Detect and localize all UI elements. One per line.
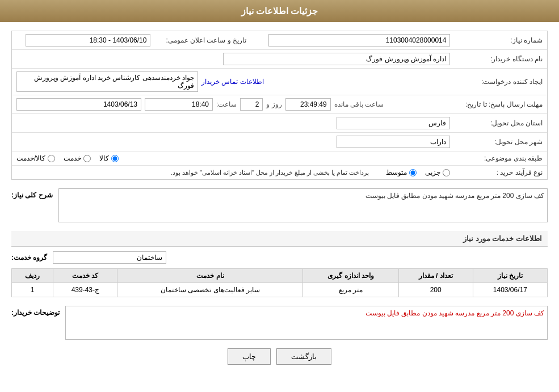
row-shahr: شهر محل تحویل: داراب: [12, 133, 547, 151]
row-ostan: استان محل تحویل: فارس: [12, 114, 547, 133]
noe-farayand-label: نوع فرآیند خرید :: [455, 166, 547, 180]
baghimande-label: ساعت باقی مانده: [334, 100, 384, 108]
row-mohlat: مهلت ارسال پاسخ: تا تاریخ: ساعت باقی مان…: [12, 95, 547, 114]
tabaghebandi-value: کالا/خدمت خدمت کالا: [12, 151, 455, 166]
cell-vahedAndaze: متر مربع: [303, 283, 398, 297]
mohlat-value: ساعت باقی مانده 23:49:49 روز و 2 ساعت: 1…: [12, 95, 455, 114]
radio-kala[interactable]: کالا: [99, 154, 119, 162]
countdown-input: 23:49:49: [285, 98, 331, 111]
radio-khadamat[interactable]: خدمت: [64, 154, 91, 162]
col-nam: نام خدمت: [117, 269, 303, 283]
services-table-head: تاریخ نیاز تعداد / مقدار واحد اندازه گیر…: [12, 269, 548, 283]
shahr-label: شهر محل تحویل:: [455, 133, 547, 151]
roz-label: روز و: [266, 100, 281, 108]
radio-motovaset[interactable]: متوسط: [386, 168, 417, 176]
row-ijad-konande: ایجاد کننده درخواست: اطلاعات تماس خریدار…: [12, 69, 547, 95]
row-shomare-niaz: شماره نیاز: 1103004028000014 تاریخ و ساع…: [12, 31, 547, 50]
tabaghebandi-label: طبقه بندی موضوعی:: [455, 151, 547, 166]
nam-dastgah-label: نام دستگاه خریدار:: [455, 50, 547, 69]
radio-kala-label: کالا: [99, 154, 109, 162]
mohlat-date-input: 1403/06/13: [16, 98, 141, 111]
radio-kala-khadamat[interactable]: کالا/خدمت: [16, 154, 55, 162]
sharh-koli-section: شرح کلی نیاز: کف سازی 200 متر مربع مدرسه…: [11, 188, 548, 222]
radio-khadamat-input[interactable]: [83, 155, 91, 162]
ijad-konande-input: جواد خردمندسدهی کارشناس خرید اداره آموزش…: [16, 71, 198, 92]
shomare-niaz-value: 1103004028000014: [251, 31, 455, 50]
grohe-khadamat-row: گروه خدمت: ساختمان: [11, 251, 548, 264]
radio-motovaset-input[interactable]: [409, 169, 417, 176]
khadamat-section-header: اطلاعات خدمات مورد نیاز: [11, 231, 548, 247]
tosifat-box: کف سازی 200 متر مربع مدرسه شهید مودن مطا…: [65, 306, 548, 340]
tarikh-input: 1403/06/10 - 18:30: [26, 34, 150, 47]
shomare-niaz-label: شماره نیاز:: [455, 31, 547, 50]
row-noe-farayand: نوع فرآیند خرید : پرداخت تمام یا بخشی از…: [12, 166, 547, 180]
nam-dastgah-input: اداره آموزش وپرورش فورگ: [223, 53, 450, 65]
radio-khadamat-label: خدمت: [64, 154, 81, 162]
page-container: جزئیات اطلاعات نیاز شماره نیاز: 11030040…: [0, 0, 559, 392]
services-table-body: 1403/06/17200متر مربعسایر فعالیت‌های تخص…: [12, 283, 548, 297]
contact-link[interactable]: اطلاعات تماس خریدار: [201, 78, 264, 86]
row-nam-dastgah: نام دستگاه خریدار: اداره آموزش وپرورش فو…: [12, 50, 547, 69]
ostan-value: فارس: [12, 114, 455, 133]
services-section: تاریخ نیاز تعداد / مقدار واحد اندازه گیر…: [11, 268, 548, 297]
cell-tedad: 200: [398, 283, 473, 297]
saat-label: ساعت:: [216, 100, 237, 108]
services-table: تاریخ نیاز تعداد / مقدار واحد اندازه گیر…: [11, 268, 548, 297]
tosifat-section: توضیحات خریدار: کف سازی 200 متر مربع مدر…: [11, 306, 548, 340]
cell-radif: 1: [12, 283, 53, 297]
col-radif: ردیف: [12, 269, 53, 283]
tarikh-value: 1403/06/10 - 18:30: [12, 31, 155, 50]
services-table-header-row: تاریخ نیاز تعداد / مقدار واحد اندازه گیر…: [12, 269, 548, 283]
grohe-khadamat-label: گروه خدمت:: [11, 254, 47, 262]
radio-kala-khadamat-label: کالا/خدمت: [16, 154, 45, 162]
print-button[interactable]: چاپ: [228, 348, 271, 365]
ijad-konande-label: ایجاد کننده درخواست:: [455, 69, 547, 95]
radio-jozii-input[interactable]: [443, 169, 450, 176]
radio-kala-input[interactable]: [111, 155, 119, 162]
buttons-row: بازگشت چاپ: [11, 348, 548, 365]
mohlat-label: مهلت ارسال پاسخ: تا تاریخ:: [455, 95, 547, 114]
col-tarikh: تاریخ نیاز: [473, 269, 547, 283]
back-button[interactable]: بازگشت: [276, 348, 331, 365]
noe-farayand-notice: پرداخت تمام یا بخشی از مبلغ خریدار از مح…: [171, 169, 369, 176]
radio-jozii-label: جزیی: [425, 168, 440, 176]
ostan-label: استان محل تحویل:: [455, 114, 547, 133]
saat-input: 18:40: [145, 98, 213, 111]
radio-kala-khadamat-input[interactable]: [48, 155, 55, 162]
col-kod: کد خدمت: [53, 269, 117, 283]
info-section: شماره نیاز: 1103004028000014 تاریخ و ساع…: [11, 31, 548, 180]
radio-motovaset-label: متوسط: [386, 168, 407, 176]
tabaghebandi-radio-group: کالا/خدمت خدمت کالا: [16, 154, 450, 162]
col-vahed: واحد اندازه گیری: [303, 269, 398, 283]
roz-input: 2: [240, 98, 263, 111]
shahr-input: داراب: [337, 136, 450, 148]
ijad-konande-value: اطلاعات تماس خریدار جواد خردمندسدهی کارش…: [12, 69, 455, 95]
grohe-khadamat-input: ساختمان: [53, 251, 166, 264]
noe-farayand-value: پرداخت تمام یا بخشی از مبلغ خریدار از مح…: [12, 166, 455, 180]
col-tedad: تعداد / مقدار: [398, 269, 473, 283]
cell-tarikh: 1403/06/17: [473, 283, 547, 297]
main-content: شماره نیاز: 1103004028000014 تاریخ و ساع…: [0, 22, 559, 382]
nam-dastgah-value: اداره آموزش وپرورش فورگ: [12, 50, 455, 69]
sharh-koli-label: شرح کلی نیاز:: [11, 188, 53, 199]
sharh-koli-box: کف سازی 200 متر مربع مدرسه شهید مودن مطا…: [58, 188, 548, 222]
tarikh-label: تاریخ و ساعت اعلان عمومی:: [155, 31, 251, 50]
tosifat-label: توضیحات خریدار:: [11, 306, 60, 317]
page-title: جزئیات اطلاعات نیاز: [241, 6, 318, 16]
shahr-value: داراب: [12, 133, 455, 151]
noe-farayand-radio-group: متوسط جزیی: [386, 168, 450, 176]
row-tabaghebandi: طبقه بندی موضوعی: کالا/خدمت خدمت: [12, 151, 547, 166]
cell-kodKhadamat: ج-43-439: [53, 283, 117, 297]
shomare-niaz-input: 1103004028000014: [268, 34, 450, 47]
table-row: 1403/06/17200متر مربعسایر فعالیت‌های تخص…: [12, 283, 548, 297]
page-header: جزئیات اطلاعات نیاز: [0, 0, 559, 22]
ostan-input: فارس: [337, 117, 450, 129]
radio-jozii[interactable]: جزیی: [425, 168, 450, 176]
info-table: شماره نیاز: 1103004028000014 تاریخ و ساع…: [12, 31, 547, 179]
cell-namKhadamat: سایر فعالیت‌های تخصصی ساختمان: [117, 283, 303, 297]
